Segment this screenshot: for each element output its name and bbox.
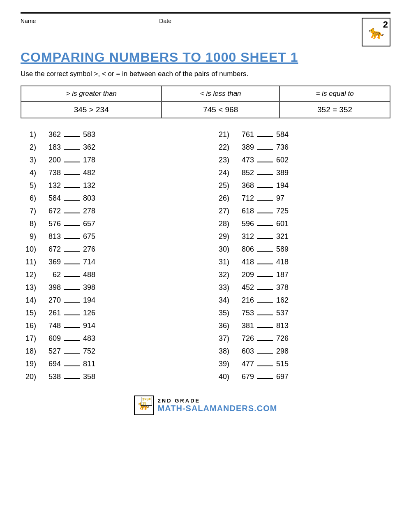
logo-animal-icon: 🐆 xyxy=(369,25,384,39)
answer-blank[interactable] xyxy=(257,289,273,290)
problem-number: 31) xyxy=(214,258,229,266)
problem-number: 28) xyxy=(214,220,229,228)
name-date-labels: Name Date xyxy=(21,18,171,24)
second-number: 589 xyxy=(276,245,298,254)
date-label: Date xyxy=(159,18,171,24)
first-number: 679 xyxy=(233,372,254,381)
answer-blank[interactable] xyxy=(64,213,80,213)
problem-number: 4) xyxy=(21,169,36,177)
answer-blank[interactable] xyxy=(257,302,273,303)
answer-blank[interactable] xyxy=(257,200,273,201)
answer-blank[interactable] xyxy=(64,174,80,175)
answer-blank[interactable] xyxy=(64,136,80,137)
second-number: 97 xyxy=(276,194,298,203)
second-number: 278 xyxy=(83,207,104,215)
problem-row: 16)748914 xyxy=(21,319,197,332)
first-number: 738 xyxy=(39,169,61,177)
problem-number: 5) xyxy=(21,181,36,190)
problem-row: 7)672278 xyxy=(21,205,197,217)
problem-number: 9) xyxy=(21,232,36,241)
answer-blank[interactable] xyxy=(257,365,273,366)
answer-blank[interactable] xyxy=(64,264,80,264)
second-number: 803 xyxy=(83,194,104,203)
problem-row: 40)679697 xyxy=(214,370,390,383)
problem-row: 39)477515 xyxy=(214,358,390,370)
first-number: 62 xyxy=(39,271,61,279)
answer-blank[interactable] xyxy=(64,187,80,188)
problem-number: 15) xyxy=(21,309,36,317)
page-title: COMPARING NUMBERS TO 1000 SHEET 1 xyxy=(21,50,390,65)
problem-number: 32) xyxy=(214,271,229,279)
answer-blank[interactable] xyxy=(64,365,80,366)
answer-blank[interactable] xyxy=(257,162,273,162)
answer-blank[interactable] xyxy=(257,251,273,252)
problem-number: 17) xyxy=(21,334,36,343)
answer-blank[interactable] xyxy=(257,238,273,239)
first-number: 418 xyxy=(233,258,254,266)
footer-grade-line: 2ND GRADE xyxy=(158,398,201,404)
problem-number: 23) xyxy=(214,156,229,164)
first-number: 452 xyxy=(233,283,254,292)
name-label: Name xyxy=(21,18,36,24)
grade-logo: 🐆 2 xyxy=(362,18,390,46)
answer-blank[interactable] xyxy=(64,251,80,252)
second-number: 914 xyxy=(83,322,104,330)
answer-blank[interactable] xyxy=(64,276,80,277)
answer-blank[interactable] xyxy=(257,264,273,264)
problem-row: 13)398398 xyxy=(21,281,197,294)
problem-number: 21) xyxy=(214,130,229,139)
answer-blank[interactable] xyxy=(257,327,273,328)
second-number: 482 xyxy=(83,169,104,177)
answer-blank[interactable] xyxy=(64,302,80,303)
second-number: 602 xyxy=(276,156,298,164)
problem-number: 24) xyxy=(214,169,229,177)
answer-blank[interactable] xyxy=(257,136,273,137)
top-bar: Name Date 🐆 2 xyxy=(21,18,390,46)
answer-blank[interactable] xyxy=(64,149,80,150)
problem-row: 20)538358 xyxy=(21,370,197,383)
answer-blank[interactable] xyxy=(257,378,273,379)
first-number: 381 xyxy=(233,322,254,330)
second-number: 321 xyxy=(276,232,298,241)
answer-blank[interactable] xyxy=(257,315,273,315)
answer-blank[interactable] xyxy=(64,238,80,239)
answer-blank[interactable] xyxy=(64,162,80,162)
problem-row: 8)576657 xyxy=(21,217,197,230)
problem-number: 36) xyxy=(214,322,229,330)
first-number: 672 xyxy=(39,245,61,254)
answer-blank[interactable] xyxy=(257,213,273,213)
footer: 🐆 3×5=15 2ND GRADE MATH-SALAMANDERS.COM xyxy=(21,396,390,415)
left-column: 1)3625832)1833623)2001784)7384825)132132… xyxy=(21,128,197,383)
answer-blank[interactable] xyxy=(64,315,80,315)
ref-example-2: 745 < 968 xyxy=(162,102,279,118)
answer-blank[interactable] xyxy=(64,378,80,379)
first-number: 576 xyxy=(39,220,61,228)
answer-blank[interactable] xyxy=(64,225,80,226)
second-number: 726 xyxy=(276,334,298,343)
problem-row: 23)473602 xyxy=(214,154,390,167)
answer-blank[interactable] xyxy=(64,200,80,201)
second-number: 515 xyxy=(276,360,298,368)
answer-blank[interactable] xyxy=(257,340,273,341)
answer-blank[interactable] xyxy=(64,340,80,341)
problem-number: 40) xyxy=(214,372,229,381)
answer-blank[interactable] xyxy=(257,225,273,226)
answer-blank[interactable] xyxy=(257,353,273,354)
problem-number: 10) xyxy=(21,245,36,254)
first-number: 527 xyxy=(39,347,61,356)
problem-number: 7) xyxy=(21,207,36,215)
answer-blank[interactable] xyxy=(64,289,80,290)
first-number: 672 xyxy=(39,207,61,215)
answer-blank[interactable] xyxy=(257,187,273,188)
problem-number: 6) xyxy=(21,194,36,203)
first-number: 209 xyxy=(233,271,254,279)
answer-blank[interactable] xyxy=(257,174,273,175)
answer-blank[interactable] xyxy=(64,327,80,328)
answer-blank[interactable] xyxy=(257,149,273,150)
answer-blank[interactable] xyxy=(64,353,80,354)
first-number: 596 xyxy=(233,220,254,228)
problem-number: 30) xyxy=(214,245,229,254)
answer-blank[interactable] xyxy=(257,276,273,277)
problems-section: 1)3625832)1833623)2001784)7384825)132132… xyxy=(21,128,390,383)
first-number: 368 xyxy=(233,181,254,190)
